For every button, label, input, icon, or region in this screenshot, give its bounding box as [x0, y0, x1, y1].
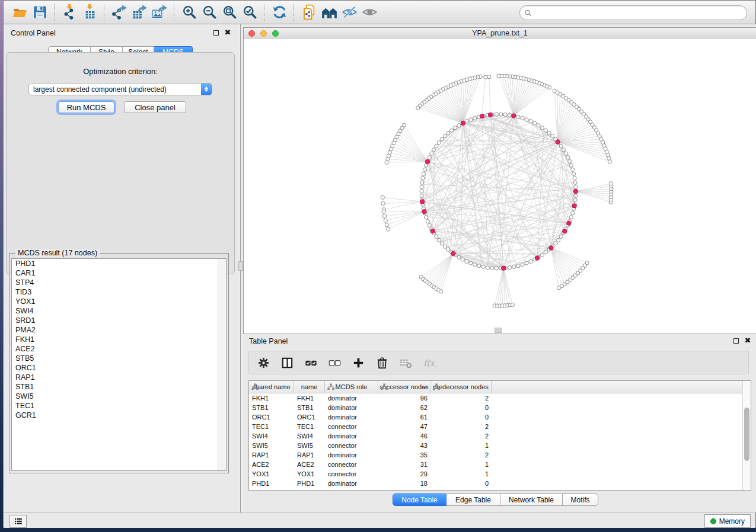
- cell-MCDS-role[interactable]: dominator: [325, 450, 378, 460]
- zoom-selected-button[interactable]: [240, 3, 260, 22]
- table-row[interactable]: TEC1TEC1connector472: [249, 422, 743, 431]
- table-row[interactable]: STB1STB1dominator620: [249, 403, 743, 412]
- cell-predecessor-nodes[interactable]: 2: [430, 422, 492, 431]
- mcds-result-node[interactable]: YOX1: [12, 297, 226, 306]
- memory-button[interactable]: Memory: [704, 514, 751, 528]
- cell-shared-name[interactable]: YOX1: [249, 469, 294, 479]
- table-row[interactable]: ACE2ACE2connector311: [249, 460, 743, 469]
- cell-shared-name[interactable]: FKH1: [249, 393, 294, 403]
- cell-predecessor-nodes[interactable]: 2: [430, 431, 492, 441]
- tab-node-table[interactable]: Node Table: [393, 493, 446, 506]
- mcds-result-node[interactable]: SWI5: [12, 392, 226, 401]
- cell-successor-nodes[interactable]: 46: [378, 431, 430, 441]
- cell-predecessor-nodes[interactable]: 0: [430, 403, 492, 412]
- table-row[interactable]: SWI5SWI5connector431: [249, 441, 743, 450]
- first-neighbors-button[interactable]: [319, 3, 339, 22]
- mcds-result-node[interactable]: SRD1: [12, 316, 226, 325]
- table-scrollbar-thumb[interactable]: [744, 408, 749, 461]
- show-columns-button[interactable]: [280, 355, 294, 370]
- import-table-button[interactable]: [79, 3, 100, 22]
- mcds-result-node[interactable]: ORC1: [12, 363, 226, 373]
- cell-shared-name[interactable]: SWI5: [249, 441, 294, 450]
- mcds-result-node[interactable]: TID3: [12, 287, 226, 297]
- cell-name[interactable]: PHD1: [294, 479, 325, 488]
- float-panel-icon[interactable]: [212, 28, 220, 37]
- cell-name[interactable]: YOX1: [294, 469, 325, 479]
- zoom-fit-button[interactable]: [219, 3, 240, 22]
- cell-MCDS-role[interactable]: dominator: [325, 479, 378, 488]
- apply-layout-button[interactable]: [269, 3, 289, 22]
- network-canvas[interactable]: [244, 39, 756, 334]
- cell-successor-nodes[interactable]: 29: [378, 469, 430, 479]
- cell-name[interactable]: SWI4: [294, 431, 325, 441]
- cell-predecessor-nodes[interactable]: 2: [430, 450, 492, 460]
- cell-successor-nodes[interactable]: 43: [378, 441, 430, 450]
- cell-MCDS-role[interactable]: dominator: [325, 393, 378, 403]
- table-scrollbar[interactable]: [742, 381, 751, 490]
- cell-successor-nodes[interactable]: 47: [378, 422, 430, 431]
- cell-MCDS-role[interactable]: dominator: [325, 412, 378, 422]
- cell-name[interactable]: SWI5: [294, 441, 325, 450]
- mcds-result-node[interactable]: FKH1: [12, 335, 226, 344]
- close-panel-icon[interactable]: ✖: [224, 28, 232, 37]
- window-resize-grip[interactable]: [495, 328, 502, 333]
- tab-network-table[interactable]: Network Table: [500, 493, 563, 506]
- search-input[interactable]: [532, 7, 742, 19]
- cell-predecessor-nodes[interactable]: 1: [430, 469, 492, 479]
- mcds-result-node[interactable]: CAR1: [12, 268, 226, 278]
- search-box[interactable]: [519, 5, 747, 20]
- cell-name[interactable]: RAP1: [294, 450, 325, 460]
- deselect-all-button[interactable]: [327, 355, 342, 370]
- table-row[interactable]: RAP1RAP1dominator352: [249, 450, 743, 460]
- open-button[interactable]: [9, 3, 30, 22]
- cell-MCDS-role[interactable]: connector: [325, 441, 378, 450]
- save-button[interactable]: [30, 3, 50, 22]
- column-header-shared-name[interactable]: shared name: [249, 381, 294, 393]
- cell-name[interactable]: ORC1: [294, 412, 325, 422]
- column-header-MCDS-role[interactable]: MCDS role: [325, 381, 378, 393]
- export-image-button[interactable]: [149, 3, 170, 22]
- cell-shared-name[interactable]: TEC1: [249, 422, 294, 431]
- cell-successor-nodes[interactable]: 18: [378, 479, 430, 488]
- delete-columns-button[interactable]: [375, 355, 389, 370]
- export-table-button[interactable]: [129, 3, 149, 22]
- cell-successor-nodes[interactable]: 31: [378, 460, 430, 469]
- close-panel-button[interactable]: Close panel: [124, 101, 186, 113]
- import-network-button[interactable]: [59, 3, 79, 22]
- cell-successor-nodes[interactable]: 61: [378, 412, 430, 422]
- cell-predecessor-nodes[interactable]: 1: [430, 441, 492, 450]
- cell-shared-name[interactable]: STB1: [249, 403, 294, 412]
- tab-edge-table[interactable]: Edge Table: [446, 493, 500, 506]
- mcds-result-node[interactable]: ACE2: [12, 344, 226, 354]
- cell-name[interactable]: ACE2: [294, 460, 325, 469]
- cell-MCDS-role[interactable]: connector: [325, 469, 378, 479]
- result-list-scrollbar[interactable]: [218, 259, 226, 470]
- mcds-result-list[interactable]: PHD1CAR1STP4TID3YOX1SWI4SRD1PMA2FKH1ACE2…: [11, 258, 227, 471]
- mcds-result-node[interactable]: STB1: [12, 382, 226, 392]
- cell-successor-nodes[interactable]: 35: [378, 450, 430, 460]
- mcds-result-node[interactable]: STB5: [12, 354, 226, 363]
- cell-name[interactable]: STB1: [294, 403, 325, 412]
- table-row[interactable]: FKH1FKH1dominator962: [249, 393, 743, 403]
- cell-MCDS-role[interactable]: dominator: [325, 403, 378, 412]
- cell-successor-nodes[interactable]: 96: [378, 393, 430, 403]
- mcds-result-node[interactable]: PHD1: [12, 259, 226, 268]
- optimization-criterion-select[interactable]: largest connected component (undirected): [28, 83, 212, 95]
- cell-shared-name[interactable]: RAP1: [249, 450, 294, 460]
- mcds-result-node[interactable]: STP4: [12, 278, 226, 287]
- mcds-result-node[interactable]: RAP1: [12, 373, 226, 382]
- cell-predecessor-nodes[interactable]: 0: [430, 412, 492, 422]
- cell-predecessor-nodes[interactable]: 2: [430, 393, 492, 403]
- select-all-button[interactable]: [304, 355, 318, 370]
- table-row[interactable]: SWI4SWI4dominator462: [249, 431, 743, 441]
- close-table-panel-icon[interactable]: ✖: [744, 336, 752, 345]
- zoom-out-button[interactable]: [199, 3, 219, 22]
- float-table-panel-icon[interactable]: [732, 336, 740, 345]
- zoom-in-button[interactable]: [179, 3, 199, 22]
- run-mcds-button[interactable]: Run MCDS: [58, 101, 114, 113]
- mcds-result-node[interactable]: SWI4: [12, 306, 226, 316]
- table-row[interactable]: YOX1YOX1connector291: [249, 469, 743, 479]
- panel-splitter[interactable]: [238, 24, 243, 512]
- new-network-from-selection-button[interactable]: [299, 3, 319, 22]
- column-header-predecessor-nodes[interactable]: predecessor nodes: [430, 381, 492, 393]
